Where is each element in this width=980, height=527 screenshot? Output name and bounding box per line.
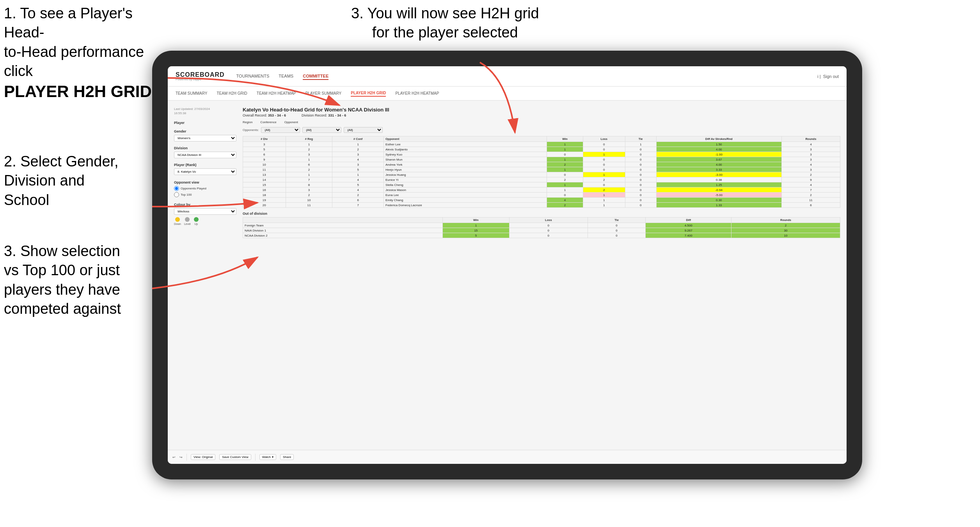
td-win: 0: [547, 172, 583, 177]
left-panel: Last Updated: 27/03/2024 16:55:38 Player…: [174, 107, 236, 458]
region-filter-select[interactable]: (All): [261, 127, 300, 133]
sign-out-link[interactable]: Sign out: [823, 74, 839, 79]
td-win: 1: [547, 187, 583, 193]
right-panel: Katelyn Vo Head-to-Head Grid for Women's…: [243, 107, 840, 458]
td-diff: 0.30: [656, 198, 781, 203]
td-opponent: Emily Chang: [384, 198, 547, 203]
division-record-label: Division Record:: [302, 113, 327, 117]
legend-dot-level: [185, 217, 190, 222]
watch-btn[interactable]: Watch ▾: [259, 454, 276, 460]
subnav-player-summary[interactable]: PLAYER SUMMARY: [305, 90, 341, 96]
colour-select[interactable]: Win/loss: [174, 208, 236, 215]
td-opponent: Alexis Sudjianto: [384, 147, 547, 152]
ood-td-rounds: 30: [731, 228, 840, 233]
opponent-filter-group: Opponent: [284, 120, 298, 124]
instruction-bot-1: 3. Show selection: [4, 243, 120, 259]
toolbar-sep2: [255, 454, 256, 461]
td-tie: 0: [625, 198, 656, 203]
legend-label-up: Up: [194, 223, 198, 225]
redo-btn[interactable]: ↪: [179, 455, 183, 459]
td-rounds: 4: [781, 162, 840, 167]
ood-td-name: NCAA Division 2: [243, 233, 443, 238]
player-rank-select[interactable]: 8. Katelyn Vo: [174, 168, 236, 175]
subnav-player-h2h-grid[interactable]: PLAYER H2H GRID: [351, 90, 386, 97]
td-reg: 2: [286, 147, 332, 152]
td-tie: 0: [625, 162, 656, 167]
col-rounds: Rounds: [781, 136, 840, 142]
subnav-team-h2h-grid[interactable]: TEAM H2H GRID: [217, 90, 247, 96]
view-original-btn[interactable]: View: Original: [191, 454, 215, 460]
td-opponent: Eunice Yi: [384, 177, 547, 182]
td-loss: 0: [583, 147, 625, 152]
legend-dot-up: [194, 217, 199, 222]
instruction-mid-3: School: [4, 192, 49, 208]
division-select[interactable]: NCAA Division III: [174, 152, 236, 158]
nav-teams[interactable]: TEAMS: [279, 73, 293, 80]
ood-table-row: NCAA Division 2 5 0 0 7.400 10: [243, 233, 840, 238]
division-label: Division: [174, 146, 236, 150]
gender-label: Gender: [174, 129, 236, 133]
watch-label: Watch: [262, 455, 271, 459]
td-diff: 1.33: [656, 203, 781, 208]
td-loss: 1: [583, 152, 625, 157]
td-loss: 0: [583, 142, 625, 147]
td-tie: 0: [625, 172, 656, 177]
td-opponent: Esther Lee: [384, 142, 547, 147]
col-opponent: Opponent: [384, 136, 547, 142]
nav-tournaments[interactable]: TOURNAMENTS: [236, 73, 270, 80]
td-tie: 0: [625, 152, 656, 157]
legend-up: Up: [194, 217, 199, 225]
col-loss: Loss: [583, 136, 625, 142]
undo-btn[interactable]: ↩: [172, 455, 176, 459]
td-conf: 6: [332, 198, 384, 203]
td-loss: 2: [583, 177, 625, 182]
bottom-toolbar: ↩ ↪ View: Original Save Custom View Watc…: [168, 450, 847, 464]
td-conf: 2: [332, 147, 384, 152]
nav-committee[interactable]: COMMITTEE: [303, 73, 328, 80]
td-loss: 0: [583, 182, 625, 187]
td-opponent: Jessica Huang: [384, 172, 547, 177]
td-opponent: Andrea York: [384, 162, 547, 167]
table-row: 6 3 3 Sydney Kuo 0 1 0 -1.00 3: [243, 152, 840, 157]
subnav-player-heatmap[interactable]: PLAYER H2H HEATMAP: [395, 90, 439, 96]
instruction-mid-1: 2. Select Gender,: [4, 153, 119, 170]
subnav-team-summary[interactable]: TEAM SUMMARY: [176, 90, 208, 96]
radio-top100-input[interactable]: [174, 192, 179, 197]
share-btn[interactable]: Share: [280, 454, 294, 460]
opponent-filter-select[interactable]: (All): [344, 127, 383, 133]
main-content: Last Updated: 27/03/2024 16:55:38 Player…: [168, 101, 847, 464]
conference-filter-select[interactable]: (All): [302, 127, 341, 133]
td-opponent: Sydney Kuo: [384, 152, 547, 157]
radio-group: Opponents Played Top 100: [174, 186, 236, 197]
td-loss: 1: [583, 198, 625, 203]
legend-label-level: Level: [184, 223, 191, 225]
last-updated-label: Last Updated: 27/03/2024: [174, 107, 210, 111]
radio-opponents-played-input[interactable]: [174, 186, 179, 191]
td-win: 0: [547, 152, 583, 157]
subnav-team-heatmap[interactable]: TEAM H2H HEATMAP: [257, 90, 296, 96]
gender-select[interactable]: Women's: [174, 135, 236, 141]
td-div: 18: [243, 193, 286, 198]
save-custom-btn[interactable]: Save Custom View: [219, 454, 251, 460]
ood-td-win: 5: [442, 233, 509, 238]
instruction-top-right: 3. You will now see H2H gridfor the play…: [351, 4, 539, 42]
out-of-division-table: Win Loss Tie Diff Rounds Foreign Team 1 …: [243, 217, 840, 238]
colour-section: Colour by Win/loss Down Level: [174, 203, 236, 225]
td-tie: 0: [625, 177, 656, 182]
radio-top100[interactable]: Top 100: [174, 192, 236, 197]
table-row: 5 2 2 Alexis Sudjianto 1 0 0 4.00 3: [243, 147, 840, 152]
overall-record-value: 353 - 34 - 6: [268, 113, 286, 117]
td-diff: 3.67: [656, 157, 781, 162]
ood-col-loss: Loss: [510, 218, 588, 223]
radio-opponents-played[interactable]: Opponents Played: [174, 186, 236, 191]
td-rounds: 3: [781, 157, 840, 162]
col-reg: # Reg: [286, 136, 332, 142]
player-rank-section: Player (Rank) 8. Katelyn Vo: [174, 163, 236, 175]
td-win: 0: [547, 193, 583, 198]
td-rounds: 6: [781, 203, 840, 208]
td-tie: 1: [625, 142, 656, 147]
ood-td-diff: 4.500: [646, 223, 731, 228]
td-win: 2: [547, 177, 583, 182]
filter-selects-row: Opponents: (All) (All) (All): [243, 127, 840, 133]
col-diff: Diff Av Strokes/Rnd: [656, 136, 781, 142]
